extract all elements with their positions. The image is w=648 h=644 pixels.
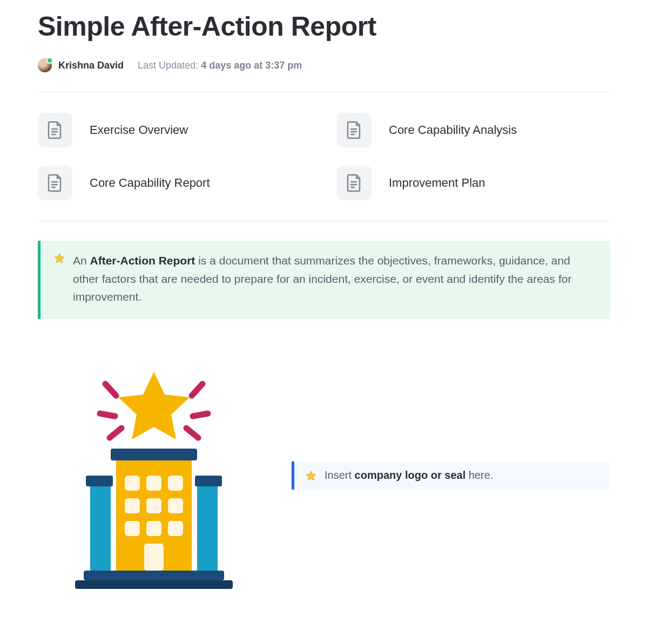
svg-rect-27 [125,498,140,513]
nav-item-label: Improvement Plan [389,176,485,190]
updated-label: Last Updated: 4 days ago at 3:37 pm [138,60,302,71]
byline: Krishna David Last Updated: 4 days ago a… [38,58,610,92]
nav-item-exercise-overview[interactable]: Exercise Overview [38,113,311,147]
nav-item-core-capability-analysis[interactable]: Core Capability Analysis [337,113,610,147]
nav-item-label: Core Capability Analysis [389,123,517,137]
svg-rect-33 [144,544,164,571]
updated-value: 4 days ago at 3:37 pm [201,60,302,71]
nav-item-label: Core Capability Report [90,176,210,190]
author-avatar[interactable] [38,58,52,72]
company-building-illustration [38,362,270,589]
svg-rect-19 [86,476,113,486]
svg-rect-26 [168,476,183,491]
nav-item-core-capability-report[interactable]: Core Capability Report [38,166,311,200]
svg-rect-18 [111,449,197,460]
nav-item-label: Exercise Overview [90,123,188,137]
svg-rect-20 [195,476,222,486]
svg-line-17 [186,428,198,438]
section-nav: Exercise Overview Core Capability Analys… [38,92,610,221]
svg-line-14 [100,413,115,416]
svg-rect-29 [168,498,183,513]
star-icon [53,253,65,265]
svg-rect-31 [146,521,161,536]
svg-rect-24 [125,476,140,491]
svg-rect-35 [75,580,233,589]
svg-line-16 [110,428,122,438]
svg-line-15 [193,413,208,416]
definition-callout: An After-Action Report is a document tha… [38,241,610,319]
logo-placeholder-callout[interactable]: Insert company logo or seal here. [292,462,610,490]
logo-callout-text: Insert company logo or seal here. [325,469,493,482]
svg-rect-30 [125,521,140,536]
svg-line-13 [192,384,202,396]
document-icon [38,166,72,200]
star-icon [305,470,317,482]
svg-line-12 [105,384,116,396]
document-icon [337,166,372,200]
svg-rect-32 [168,521,183,536]
svg-rect-28 [146,498,161,513]
nav-item-improvement-plan[interactable]: Improvement Plan [337,166,610,200]
document-icon [337,113,372,147]
svg-rect-25 [146,476,161,491]
page-title: Simple After-Action Report [38,11,610,42]
svg-rect-34 [84,571,224,580]
svg-rect-22 [197,486,218,571]
author-name[interactable]: Krishna David [58,60,124,71]
svg-rect-21 [90,486,111,571]
definition-text: An After-Action Report is a document tha… [73,252,595,306]
hero-row: Insert company logo or seal here. [38,362,610,589]
document-icon [38,113,72,147]
